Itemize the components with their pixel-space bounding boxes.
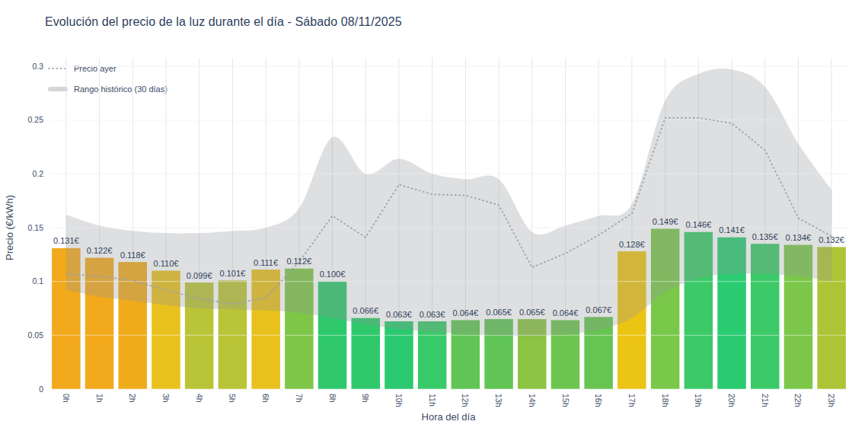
x-tick-label: 3h <box>161 394 171 403</box>
bar-value-label: 0.146€ <box>685 220 711 229</box>
bar-value-label: 0.110€ <box>154 259 179 268</box>
x-tick-label: 21h <box>761 394 770 407</box>
x-tick-labels: 0h1h2h3h4h5h6h7h8h9h10h11h12h13h14h15h16… <box>62 394 836 407</box>
x-tick-label: 22h <box>793 394 803 407</box>
x-tick-label: 13h <box>494 394 503 407</box>
bar-value-label: 0.111€ <box>254 258 278 267</box>
price-evolution-chart: Evolución del precio de la luz durante e… <box>0 0 868 434</box>
bar-value-label: 0.099€ <box>187 271 212 280</box>
bar-value-label: 0.135€ <box>752 232 778 241</box>
y-tick-label: 0.2 <box>32 169 43 178</box>
y-tick-label: 0 <box>39 385 43 394</box>
x-tick-label: 6h <box>261 394 270 403</box>
price-bar[interactable] <box>385 321 413 389</box>
bar-value-label: 0.064€ <box>453 308 479 318</box>
bar-value-label: 0.141€ <box>719 225 745 235</box>
x-tick-label: 10h <box>394 394 404 407</box>
bar-value-label: 0.065€ <box>486 308 512 317</box>
y-tick-labels: 00.050.10.150.20.250.3 <box>28 62 44 394</box>
x-tick-label: 19h <box>694 394 703 407</box>
bar-value-label: 0.118€ <box>120 251 145 260</box>
x-tick-label: 12h <box>461 394 470 407</box>
bar-value-label: 0.122€ <box>87 246 113 255</box>
bar-value-label: 0.066€ <box>353 306 378 315</box>
x-tick-label: 9h <box>361 394 370 403</box>
x-tick-label: 1h <box>95 394 104 403</box>
chart-canvas: 0.131€0.122€0.118€0.110€0.099€0.101€0.11… <box>0 0 868 434</box>
bar-value-label: 0.065€ <box>519 308 545 317</box>
x-tick-label: 16h <box>594 394 603 407</box>
x-tick-label: 4h <box>195 394 204 403</box>
x-tick-label: 11h <box>428 394 437 407</box>
bar-value-label: 0.063€ <box>386 310 412 319</box>
x-tick-label: 23h <box>827 394 836 407</box>
bar-value-label: 0.134€ <box>786 233 812 242</box>
x-tick-label: 0h <box>62 394 71 403</box>
x-tick-label: 5h <box>228 394 237 403</box>
x-tick-label: 20h <box>727 394 736 407</box>
bar-value-label: 0.067€ <box>586 305 611 314</box>
bar-value-label: 0.064€ <box>553 308 579 318</box>
x-tick-label: 7h <box>295 394 304 403</box>
historic-range-band <box>66 69 831 337</box>
bar-value-label: 0.063€ <box>420 310 445 319</box>
y-tick-label: 0.15 <box>28 223 44 232</box>
y-tick-label: 0.25 <box>28 115 44 124</box>
x-axis-title: Hora del día <box>422 411 477 423</box>
x-tick-label: 2h <box>128 394 137 403</box>
bar-value-label: 0.132€ <box>819 235 844 244</box>
y-tick-label: 0.05 <box>28 330 44 340</box>
y-tick-label: 0.1 <box>32 276 43 286</box>
x-tick-label: 14h <box>528 394 537 407</box>
bar-value-label: 0.101€ <box>220 269 246 278</box>
bar-value-label: 0.128€ <box>619 240 645 249</box>
bar-value-label: 0.149€ <box>653 217 678 226</box>
x-tick-label: 15h <box>561 394 570 407</box>
y-axis-title: Precio (€/kWh) <box>4 195 15 260</box>
x-tick-label: 8h <box>328 394 337 403</box>
x-tick-label: 17h <box>627 394 637 407</box>
price-bar[interactable] <box>352 318 381 389</box>
bar-value-label: 0.112€ <box>286 257 311 266</box>
y-tick-label: 0.3 <box>32 62 43 71</box>
bar-value-label: 0.100€ <box>320 270 346 279</box>
bar-value-label: 0.131€ <box>53 236 79 245</box>
x-tick-label: 18h <box>661 394 670 407</box>
